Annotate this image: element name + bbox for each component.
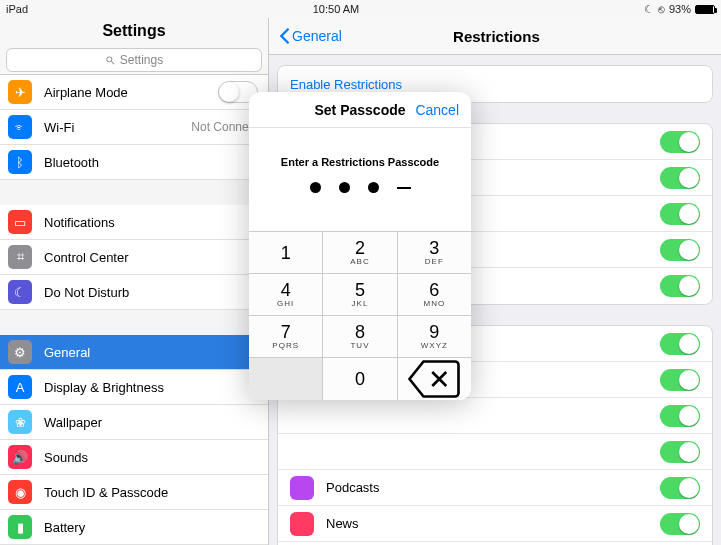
sidebar-item-airplane[interactable]: ✈Airplane Mode	[0, 75, 268, 110]
sidebar-item-label: Sounds	[44, 450, 258, 465]
device-label: iPad	[6, 3, 28, 15]
sidebar-item-notifications[interactable]: ▭Notifications	[0, 205, 268, 240]
keypad-0[interactable]: 0	[323, 358, 397, 400]
keypad-1[interactable]: 1	[249, 232, 323, 274]
backspace-icon	[406, 358, 462, 400]
airplane-icon: ✈	[8, 80, 32, 104]
keypad-9[interactable]: 9WXYZ	[398, 316, 471, 358]
dnd-icon: ☾	[644, 3, 654, 16]
restriction-label: News	[326, 516, 648, 531]
restriction-toggle[interactable]	[660, 131, 700, 153]
sidebar-item-label: Touch ID & Passcode	[44, 485, 258, 500]
search-icon	[105, 55, 116, 66]
keypad-number: 6	[429, 281, 439, 299]
sidebar-title: Settings	[102, 22, 165, 40]
sidebar-item-label: Bluetooth	[44, 155, 258, 170]
restriction-toggle[interactable]	[660, 513, 700, 535]
passcode-dot-empty	[397, 187, 411, 189]
sidebar-item-bluetooth[interactable]: ᛒBluetooth	[0, 145, 268, 180]
cancel-button[interactable]: Cancel	[415, 102, 459, 118]
search-placeholder: Settings	[120, 53, 163, 67]
display-icon: A	[8, 375, 32, 399]
keypad-4[interactable]: 4GHI	[249, 274, 323, 316]
restriction-toggle[interactable]	[660, 369, 700, 391]
battery-icon	[695, 5, 715, 14]
keypad-5[interactable]: 5JKL	[323, 274, 397, 316]
clock: 10:50 AM	[28, 3, 644, 15]
sidebar-item-label: Airplane Mode	[44, 85, 206, 100]
restriction-toggle[interactable]	[660, 333, 700, 355]
keypad-7[interactable]: 7PQRS	[249, 316, 323, 358]
enable-restrictions-label: Enable Restrictions	[290, 77, 700, 92]
restriction-toggle[interactable]	[660, 203, 700, 225]
restriction-row-news: News	[278, 506, 712, 542]
dnd-icon: ☾	[8, 280, 32, 304]
keypad-blank	[249, 358, 323, 400]
restriction-toggle[interactable]	[660, 167, 700, 189]
modal-prompt: Enter a Restrictions Passcode	[249, 128, 471, 182]
wallpaper-icon: ❀	[8, 410, 32, 434]
keypad-8[interactable]: 8TUV	[323, 316, 397, 358]
search-input[interactable]: Settings	[6, 48, 262, 72]
keypad-number: 5	[355, 281, 365, 299]
sidebar-item-dnd[interactable]: ☾Do Not Disturb	[0, 275, 268, 310]
passcode-dot-filled	[310, 182, 321, 193]
battery-icon: ▮	[8, 515, 32, 539]
status-indicators: ☾ ⎋ 93%	[644, 3, 715, 16]
settings-sidebar: Settings Settings ✈Airplane ModeᯤWi-FiNo…	[0, 18, 269, 545]
restriction-row	[278, 434, 712, 470]
restriction-toggle[interactable]	[660, 441, 700, 463]
restriction-row-podcasts: Podcasts	[278, 470, 712, 506]
sidebar-item-general[interactable]: ⚙General	[0, 335, 268, 370]
restriction-toggle[interactable]	[660, 405, 700, 427]
passcode-modal: Set Passcode Cancel Enter a Restrictions…	[249, 92, 471, 400]
restriction-label: Podcasts	[326, 480, 648, 495]
keypad-letters: DEF	[425, 257, 444, 266]
sidebar-item-battery[interactable]: ▮Battery	[0, 510, 268, 545]
sidebar-item-wallpaper[interactable]: ❀Wallpaper	[0, 405, 268, 440]
keypad-letters: JKL	[352, 299, 369, 308]
podcasts-icon	[290, 476, 314, 500]
sidebar-item-label: Notifications	[44, 215, 258, 230]
controlcenter-icon: ⌗	[8, 245, 32, 269]
keypad-6[interactable]: 6MNO	[398, 274, 471, 316]
sounds-icon: 🔊	[8, 445, 32, 469]
sidebar-item-label: Wallpaper	[44, 415, 258, 430]
sidebar-item-touchid[interactable]: ◉Touch ID & Passcode	[0, 475, 268, 510]
sidebar-item-wifi[interactable]: ᯤWi-FiNot Connect	[0, 110, 268, 145]
accessory-text: Not Connect	[191, 120, 258, 134]
restriction-toggle[interactable]	[660, 239, 700, 261]
passcode-dot-filled	[339, 182, 350, 193]
keypad-number: 7	[281, 323, 291, 341]
keypad-backspace[interactable]	[398, 358, 471, 400]
keypad-2[interactable]: 2ABC	[323, 232, 397, 274]
keypad-number: 0	[355, 370, 365, 388]
sidebar-item-controlcenter[interactable]: ⌗Control Center	[0, 240, 268, 275]
passcode-dots	[249, 182, 471, 231]
general-icon: ⚙	[8, 340, 32, 364]
keypad-letters: TUV	[350, 341, 369, 350]
passcode-dot-filled	[368, 182, 379, 193]
wifi-icon: ᯤ	[8, 115, 32, 139]
keypad-letters: GHI	[277, 299, 294, 308]
sidebar-item-label: Display & Brightness	[44, 380, 258, 395]
sidebar-item-label: Do Not Disturb	[44, 285, 258, 300]
sidebar-item-display[interactable]: ADisplay & Brightness	[0, 370, 268, 405]
battery-pct: 93%	[669, 3, 691, 15]
keypad-letters: ABC	[350, 257, 369, 266]
sidebar-item-sounds[interactable]: 🔊Sounds	[0, 440, 268, 475]
sidebar-item-label: Battery	[44, 520, 258, 535]
keypad-letters: MNO	[423, 299, 445, 308]
news-icon	[290, 512, 314, 536]
detail-title: Restrictions	[282, 28, 711, 45]
keypad-3[interactable]: 3DEF	[398, 232, 471, 274]
keypad-number: 4	[281, 281, 291, 299]
restriction-toggle[interactable]	[660, 477, 700, 499]
notifications-icon: ▭	[8, 210, 32, 234]
keypad-letters: WXYZ	[421, 341, 448, 350]
keypad-number: 1	[281, 244, 291, 262]
keypad-number: 2	[355, 239, 365, 257]
restriction-toggle[interactable]	[660, 275, 700, 297]
sidebar-item-label: Control Center	[44, 250, 258, 265]
bluetooth-icon: ⎋	[658, 3, 665, 15]
